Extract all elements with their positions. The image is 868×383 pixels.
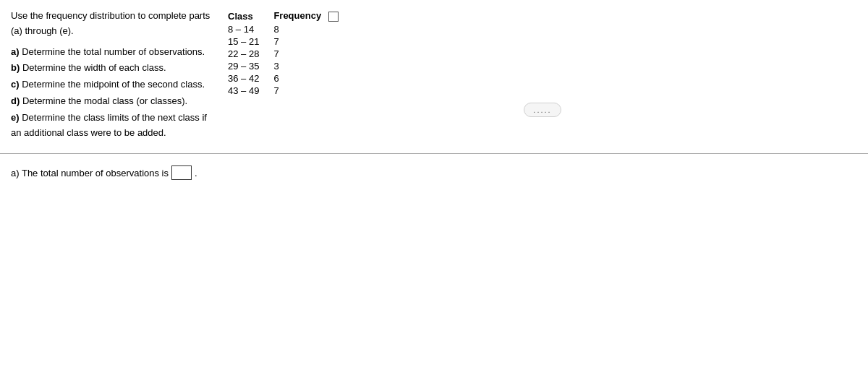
part-b-label: b) [11, 62, 20, 73]
frequency-cell: 3 [273, 60, 338, 72]
class-cell: 22 – 28 [228, 48, 273, 60]
part-a-answer-input[interactable] [171, 165, 192, 180]
frequency-column-header: Frequency [273, 9, 338, 23]
class-column-header: Class [228, 9, 273, 23]
dots-indicator: ..... [524, 103, 561, 117]
part-d-label: d) [11, 95, 20, 106]
class-cell: 29 – 35 [228, 60, 273, 72]
class-cell: 8 – 14 [228, 23, 273, 35]
section-divider [0, 153, 868, 154]
part-d-text: Determine the modal class (or classes). [22, 95, 187, 106]
class-cell: 36 – 42 [228, 72, 273, 85]
frequency-cell: 6 [273, 72, 338, 85]
table-row: 8 – 148 [228, 23, 339, 35]
table-row: 15 – 217 [228, 35, 339, 48]
instructions-intro: Use the frequency distribution to comple… [11, 9, 213, 39]
frequency-cell: 8 [273, 23, 338, 35]
part-a-label: a) [11, 46, 20, 57]
class-cell: 43 – 49 [228, 85, 273, 97]
part-a-answer-period: . [195, 168, 197, 178]
frequency-table: Class Frequency 8 – 14815 – 21722 – 2872… [228, 9, 339, 97]
table-panel: Class Frequency 8 – 14815 – 21722 – 2872… [228, 7, 857, 142]
frequency-cell: 7 [273, 35, 338, 48]
table-row: 29 – 353 [228, 60, 339, 72]
answer-section: a) The total number of observations is . [0, 160, 868, 180]
table-row: 36 – 426 [228, 72, 339, 85]
table-row: 43 – 497 [228, 85, 339, 97]
part-b-text: Determine the width of each class. [22, 62, 166, 73]
part-a-text: Determine the total number of observatio… [22, 46, 205, 57]
frequency-cell: 7 [273, 85, 338, 97]
part-e-label: e) [11, 112, 20, 123]
class-cell: 15 – 21 [228, 35, 273, 48]
part-a-answer-row: a) The total number of observations is . [11, 165, 857, 180]
part-e-text: Determine the class limits of the next c… [11, 112, 207, 138]
instructions-panel: Use the frequency distribution to comple… [11, 7, 213, 142]
part-a-answer-label: a) The total number of observations is [11, 168, 169, 178]
dots-row: ..... [228, 103, 857, 117]
table-row: 22 – 287 [228, 48, 339, 60]
frequency-cell: 7 [273, 48, 338, 60]
instructions-text: Use the frequency distribution to comple… [11, 9, 213, 140]
frequency-checkbox-icon[interactable] [328, 12, 339, 22]
part-c-label: c) [11, 79, 20, 90]
part-c-text: Determine the midpoint of the second cla… [22, 79, 205, 90]
